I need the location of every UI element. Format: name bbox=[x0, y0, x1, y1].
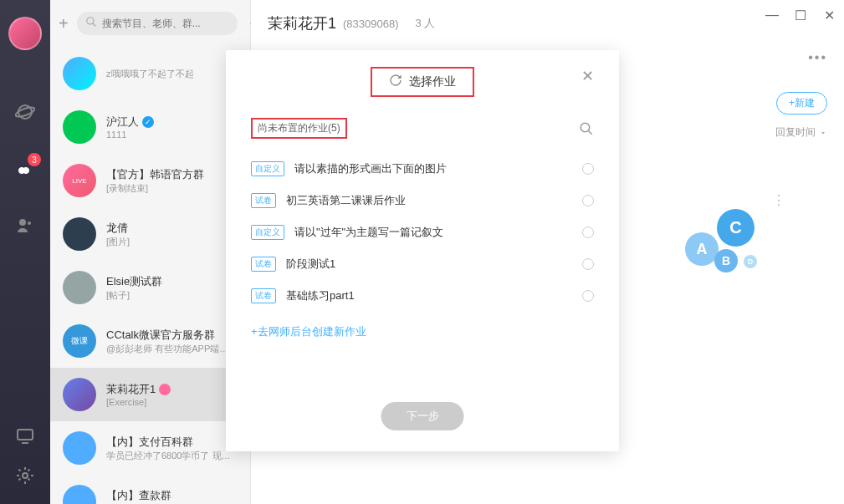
homework-tag: 自定义 bbox=[251, 161, 284, 176]
add-button[interactable]: + bbox=[59, 13, 69, 33]
homework-item[interactable]: 自定义请以"过年"为主题写一篇记叙文 bbox=[251, 216, 594, 248]
homework-tag: 试卷 bbox=[251, 288, 276, 303]
chat-name: 龙倩 bbox=[106, 221, 238, 236]
modal-close-button[interactable]: ✕ bbox=[581, 67, 594, 85]
homework-item[interactable]: 试卷初三英语第二课课后作业 bbox=[251, 185, 594, 216]
modal-title-highlight: 选择作业 bbox=[371, 67, 474, 97]
homework-item[interactable]: 试卷阶段测试1 bbox=[251, 248, 594, 280]
svg-point-7 bbox=[581, 123, 590, 132]
chat-item[interactable]: 微课CCtalk微课官方服务群@彭彭老师 有些功能APP端支持 bbox=[50, 314, 250, 368]
homework-radio[interactable] bbox=[582, 258, 594, 270]
chat-subtitle: 1111 bbox=[106, 130, 238, 140]
minimize-button[interactable]: — bbox=[765, 8, 779, 22]
modal-title: 选择作业 bbox=[409, 74, 456, 89]
chat-subtitle: [Exercise] bbox=[106, 397, 238, 407]
chat-item[interactable]: 【内】支付百科群学员已经冲了6800学币了 现在没 bbox=[50, 421, 250, 475]
chat-item[interactable]: Elsie测试群[帖子] bbox=[50, 261, 250, 314]
select-homework-modal: 选择作业 ✕ 尚未布置的作业(5) 自定义请以素描的形式画出下面的图片试卷初三英… bbox=[226, 50, 619, 451]
chat-avatar bbox=[63, 110, 96, 144]
contacts-icon[interactable] bbox=[13, 214, 37, 237]
chat-avatar bbox=[63, 485, 96, 504]
homework-radio[interactable] bbox=[582, 290, 594, 302]
search-bar: + bbox=[50, 0, 250, 47]
chat-avatar bbox=[63, 271, 96, 304]
chat-item[interactable]: 茉莉花开1[Exercise] bbox=[50, 368, 250, 421]
chat-avatar: 微课 bbox=[63, 324, 96, 358]
svg-point-6 bbox=[86, 18, 93, 24]
chat-icon[interactable]: 3 bbox=[13, 157, 37, 181]
search-input[interactable] bbox=[77, 12, 238, 35]
reply-time-sort[interactable]: 回复时间 bbox=[775, 125, 827, 140]
chat-subtitle: [录制结束] bbox=[106, 182, 238, 195]
chat-name: CCtalk微课官方服务群 bbox=[106, 328, 238, 343]
planet-icon[interactable] bbox=[13, 100, 37, 124]
svg-point-1 bbox=[15, 105, 35, 119]
chat-avatar bbox=[63, 57, 96, 90]
homework-radio[interactable] bbox=[582, 227, 594, 238]
homework-name: 请以素描的形式画出下面的图片 bbox=[294, 161, 572, 176]
next-button[interactable]: 下一步 bbox=[381, 402, 464, 430]
chat-subtitle: z哦哦哦了不起了不起 bbox=[106, 68, 238, 80]
chat-avatar bbox=[63, 431, 96, 465]
chat-title: 茉莉花开1 bbox=[268, 13, 336, 33]
chat-subtitle: 学员已经冲了6800学币了 现在没 bbox=[106, 450, 238, 462]
chat-item[interactable]: 龙倩[图片] bbox=[50, 207, 250, 261]
homework-tag: 试卷 bbox=[251, 257, 276, 272]
chat-members: 3 人 bbox=[416, 16, 436, 31]
svg-point-5 bbox=[23, 473, 28, 478]
chat-item[interactable]: 【内】查款群李珏 撤回了一条消息 bbox=[50, 475, 250, 504]
section-label-highlight: 尚未布置的作业(5) bbox=[251, 118, 347, 139]
chat-item[interactable]: 沪江人✓1111 bbox=[50, 100, 250, 154]
homework-radio[interactable] bbox=[582, 195, 594, 206]
homework-name: 基础练习part1 bbox=[286, 288, 572, 303]
chat-subtitle: [图片] bbox=[106, 236, 238, 248]
item-more-button[interactable]: ⋮ bbox=[772, 192, 785, 208]
window-controls: — ☐ ✕ bbox=[765, 8, 836, 22]
close-button[interactable]: ✕ bbox=[822, 8, 836, 22]
new-button[interactable]: +新建 bbox=[776, 92, 827, 115]
chat-name: 【内】支付百科群 bbox=[106, 435, 238, 450]
user-avatar[interactable] bbox=[8, 17, 42, 50]
chat-subtitle: @彭彭老师 有些功能APP端支持 bbox=[106, 343, 238, 355]
homework-name: 初三英语第二课课后作业 bbox=[286, 193, 572, 208]
maximize-button[interactable]: ☐ bbox=[794, 8, 807, 22]
chat-avatar bbox=[63, 378, 96, 411]
create-homework-link[interactable]: +去网师后台创建新作业 bbox=[251, 324, 366, 339]
refresh-icon[interactable] bbox=[389, 74, 402, 90]
chat-subtitle: [帖子] bbox=[106, 289, 238, 302]
chat-id: (83309068) bbox=[343, 18, 399, 30]
chat-name: 沪江人✓ bbox=[106, 115, 238, 130]
chat-name: Elsie测试群 bbox=[106, 274, 238, 289]
nav-sidebar: 3 bbox=[0, 0, 50, 504]
homework-radio[interactable] bbox=[582, 163, 594, 175]
search-icon bbox=[85, 16, 97, 31]
settings-icon[interactable] bbox=[13, 464, 37, 487]
chat-name: 【官方】韩语官方群 bbox=[106, 167, 238, 182]
pink-badge-icon bbox=[159, 384, 171, 395]
chat-name: 【内】查款群 bbox=[106, 488, 238, 503]
homework-tag: 试卷 bbox=[251, 193, 276, 208]
monitor-icon[interactable] bbox=[13, 424, 37, 447]
toolbar: ••• bbox=[808, 50, 827, 65]
homework-name: 请以"过年"为主题写一篇记叙文 bbox=[294, 225, 572, 240]
homework-tag: 自定义 bbox=[251, 225, 284, 240]
verified-icon: ✓ bbox=[142, 116, 154, 128]
chat-item[interactable]: z哦哦哦了不起了不起 bbox=[50, 47, 250, 100]
homework-name: 阶段测试1 bbox=[286, 257, 572, 272]
homework-item[interactable]: 自定义请以素描的形式画出下面的图片 bbox=[251, 153, 594, 185]
chat-avatar: LIVE bbox=[63, 164, 96, 197]
abc-graphic: C A B D bbox=[685, 209, 760, 276]
svg-rect-4 bbox=[18, 430, 33, 440]
chat-list-panel: + z哦哦哦了不起了不起沪江人✓1111LIVE【官方】韩语官方群[录制结束]龙… bbox=[50, 0, 251, 504]
svg-point-2 bbox=[19, 219, 26, 226]
homework-item[interactable]: 试卷基础练习part1 bbox=[251, 280, 594, 312]
chat-name: 茉莉花开1 bbox=[106, 382, 238, 397]
chat-avatar bbox=[63, 217, 96, 251]
main-header: 茉莉花开1 (83309068) 3 人 bbox=[251, 0, 844, 47]
chat-item[interactable]: LIVE【官方】韩语官方群[录制结束] bbox=[50, 154, 250, 207]
more-button[interactable]: ••• bbox=[808, 50, 827, 65]
chat-badge: 3 bbox=[28, 153, 41, 166]
modal-search-icon[interactable] bbox=[579, 121, 594, 140]
svg-point-3 bbox=[28, 221, 31, 225]
